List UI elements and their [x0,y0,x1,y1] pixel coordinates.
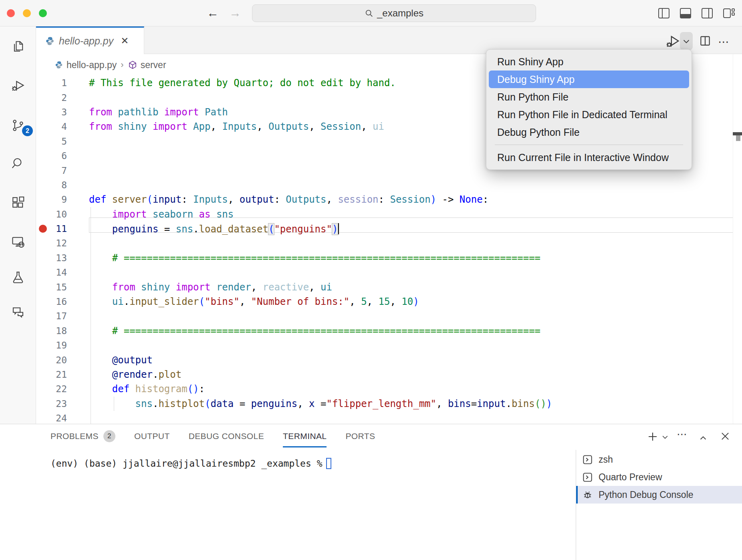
line-number[interactable]: 18 [36,326,67,336]
tab-close-icon[interactable]: ✕ [121,35,129,46]
line-number[interactable]: 20 [36,355,67,365]
testing-icon[interactable] [11,270,25,284]
terminal-prompt-text: (env) (base) jjallaire@jjallairesmbp2 _e… [50,458,323,469]
menu-item-debug-python-file[interactable]: Debug Python File [489,123,689,141]
comments-icon[interactable] [11,305,25,319]
run-dropdown-chevron-icon[interactable] [682,37,691,46]
code-line-21[interactable]: 21 @render.plot [36,367,742,382]
line-number[interactable]: 4 [36,121,67,132]
symbol-namespace-icon [128,60,137,70]
zoom-window-button[interactable] [39,9,47,17]
panel-tab-debug-console[interactable]: DEBUG CONSOLE [189,424,264,448]
panel-more-actions-icon[interactable]: ⋯ [677,428,689,440]
line-number[interactable]: 7 [36,165,67,176]
panel-tab-output[interactable]: OUTPUT [134,424,170,448]
code-line-12[interactable]: 12 [36,236,742,250]
editor-more-actions-icon[interactable]: ⋯ [718,35,730,48]
line-number[interactable]: 19 [36,340,67,351]
command-center-search[interactable]: _examples [252,4,536,22]
line-number[interactable]: 9 [36,194,67,205]
run-debug-dropdown-menu: Run Shiny AppDebug Shiny AppRun Python F… [486,49,692,170]
panel-tab-label: PORTS [345,431,375,441]
debug-run-button-icon[interactable] [665,34,681,49]
line-number[interactable]: 14 [36,267,67,278]
terminal-instance-python-debug-console[interactable]: Python Debug Console [576,486,742,504]
code-line-23[interactable]: 23 sns.histplot(data = penguins, x ="fli… [36,397,742,411]
tab-hello-app[interactable]: hello-app.py ✕ [36,26,144,54]
menu-item-run-current-file-in-interactive-window[interactable]: Run Current File in Interactive Window [489,149,689,166]
line-number[interactable]: 6 [36,151,67,161]
terminal-instance-quarto-preview[interactable]: Quarto Preview [576,468,742,486]
code-line-20[interactable]: 20 @output [36,353,742,367]
line-number[interactable]: 2 [36,93,67,103]
line-number[interactable]: 22 [36,384,67,394]
panel-tab-problems[interactable]: PROBLEMS2 [50,424,115,448]
code-line-8[interactable]: 8 [36,178,742,192]
title-bar: ← → _examples [0,0,742,26]
code-text: # This file generated by Quarto; do not … [67,77,396,89]
line-number[interactable]: 1 [36,78,67,88]
toggle-secondary-sidebar-icon[interactable] [701,7,714,19]
close-panel-icon[interactable] [720,431,732,443]
code-line-17[interactable]: 17 [36,309,742,323]
maximize-panel-icon[interactable] [699,434,711,446]
panel-tab-ports[interactable]: PORTS [345,424,375,448]
code-line-13[interactable]: 13 # ===================================… [36,251,742,265]
code-line-16[interactable]: 16 ui.input_slider("bins", "Number of bi… [36,294,742,309]
search-icon [365,9,373,18]
line-number[interactable]: 15 [36,282,67,292]
code-line-18[interactable]: 18 # ===================================… [36,324,742,338]
source-control-icon[interactable]: 2 [11,118,25,133]
menu-item-run-python-file-in-dedicated-terminal[interactable]: Run Python File in Dedicated Terminal [489,106,689,123]
menu-item-run-python-file[interactable]: Run Python File [489,88,689,106]
search-sidebar-icon[interactable] [11,156,25,171]
line-number[interactable]: 21 [36,369,67,380]
code-line-15[interactable]: 15 from shiny import render, reactive, u… [36,280,742,294]
terminal-instance-label: Python Debug Console [599,489,694,500]
python-file-icon [54,60,63,69]
panel-tab-terminal[interactable]: TERMINAL [283,424,327,448]
line-number[interactable]: 13 [36,253,67,263]
toggle-panel-icon[interactable] [679,7,692,19]
code-line-9[interactable]: 9def server(input: Inputs, output: Outpu… [36,192,742,207]
menu-item-debug-shiny-app[interactable]: Debug Shiny App [489,71,689,88]
terminal-prompt-line[interactable]: (env) (base) jjallaire@jjallairesmbp2 _e… [50,458,331,469]
terminal-instance-label: zsh [599,454,613,465]
line-number[interactable]: 10 [36,209,67,220]
line-number[interactable]: 11 [36,224,67,234]
line-number[interactable]: 16 [36,296,67,307]
code-text: def server(input: Inputs, output: Output… [67,194,488,205]
terminal-launch-chevron-icon[interactable] [661,433,673,445]
code-line-14[interactable]: 14 [36,265,742,280]
line-number[interactable]: 23 [36,399,67,409]
remote-explorer-icon[interactable] [11,235,25,249]
line-number[interactable]: 17 [36,311,67,321]
explorer-icon[interactable] [11,39,25,53]
code-line-24[interactable]: 24 [36,411,742,425]
breadcrumb-symbol[interactable]: server [141,60,166,71]
new-terminal-icon[interactable] [647,431,659,443]
close-window-button[interactable] [7,9,15,17]
terminal-instance-zsh[interactable]: zsh [576,451,742,468]
code-line-10[interactable]: 10 import seaborn as sns [36,207,742,222]
code-text: @output [67,355,153,366]
line-number[interactable]: 8 [36,180,67,190]
code-line-22[interactable]: 22 def histogram(): [36,382,742,396]
back-arrow-icon[interactable]: ← [205,6,221,20]
customize-layout-icon[interactable] [722,7,735,19]
panel-tab-label: TERMINAL [283,431,327,441]
line-number[interactable]: 24 [36,413,67,423]
menu-item-run-shiny-app[interactable]: Run Shiny App [489,53,689,71]
line-number[interactable]: 12 [36,238,67,248]
code-line-19[interactable]: 19 [36,338,742,353]
breadcrumb-file[interactable]: hello-app.py [67,60,117,71]
toggle-primary-sidebar-icon[interactable] [657,7,670,19]
line-number[interactable]: 3 [36,107,67,117]
split-editor-icon[interactable] [699,34,712,47]
code-line-11[interactable]: 11 penguins = sns.load_dataset("penguins… [36,222,742,236]
minimize-window-button[interactable] [23,9,31,17]
extensions-icon[interactable] [11,195,25,210]
run-and-debug-icon[interactable] [11,78,25,93]
forward-arrow-icon[interactable]: → [227,6,243,20]
line-number[interactable]: 5 [36,136,67,147]
